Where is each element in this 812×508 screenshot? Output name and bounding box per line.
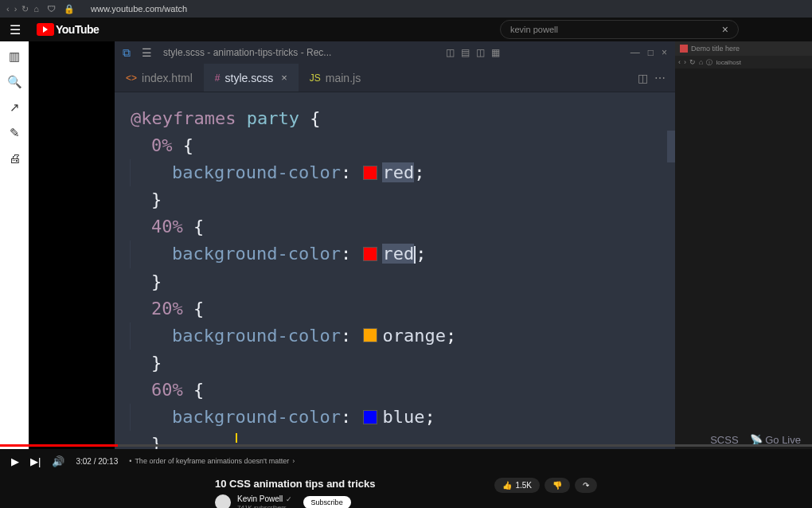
play-logo-icon xyxy=(37,23,54,36)
code-close-brace: } xyxy=(151,434,162,449)
chapter-title[interactable]: • The order of keyframe animations doesn… xyxy=(129,457,295,465)
code-value: red xyxy=(382,244,414,264)
code-close-brace: } xyxy=(151,272,162,291)
layout-right-icon[interactable]: ◫ xyxy=(476,47,485,58)
channel-name[interactable]: Kevin Powell xyxy=(237,494,283,503)
code-anim-name: party xyxy=(247,108,299,128)
youtube-header: ☰ YouTube kevin powell × xyxy=(0,18,812,41)
preview-tab[interactable]: Demo title here xyxy=(675,41,812,56)
share-icon[interactable]: ↗ xyxy=(10,100,20,115)
monitor-icon[interactable]: ▥ xyxy=(9,49,20,64)
code-keyword: @keyframes xyxy=(131,108,236,128)
like-button[interactable]: 👍 1.5K xyxy=(494,478,540,493)
scss-icon: # xyxy=(215,72,221,84)
layout-left-icon[interactable]: ◫ xyxy=(446,47,455,58)
close-tab-icon[interactable]: × xyxy=(281,72,287,84)
color-swatch-icon xyxy=(363,166,377,180)
prev-home-icon[interactable]: ⌂ xyxy=(699,58,703,66)
search-icon[interactable]: 🔍 xyxy=(7,75,22,89)
vscode-window: ⧉ ☰ style.scss - animation-tips-tricks -… xyxy=(115,41,675,449)
code-editor[interactable]: @keyframes party { 0% {background-color:… xyxy=(115,92,675,449)
minimize-icon[interactable]: ― xyxy=(630,47,640,58)
code-property: background-color xyxy=(172,326,341,346)
code-property: background-color xyxy=(172,162,341,182)
color-swatch-icon xyxy=(363,247,377,261)
print-icon[interactable]: 🖨 xyxy=(9,151,21,165)
youtube-logo[interactable]: YouTube xyxy=(37,23,99,36)
code-percentage: 40% xyxy=(151,217,183,236)
next-icon[interactable]: ▶| xyxy=(30,455,41,467)
search-value: kevin powell xyxy=(510,25,558,34)
code-value: blue xyxy=(382,407,424,427)
color-swatch-icon xyxy=(363,410,377,424)
video-controls: ▶ ▶| 🔊 3:02 / 20:13 • The order of keyfr… xyxy=(0,449,812,473)
layout-grid-icon[interactable]: ▦ xyxy=(491,47,500,58)
code-close-brace: } xyxy=(151,190,162,209)
home-icon[interactable]: ⌂ xyxy=(33,4,39,14)
layout-bottom-icon[interactable]: ▤ xyxy=(461,47,470,58)
html-icon: <> xyxy=(126,72,137,84)
url-bar[interactable]: www.youtube.com/watch xyxy=(91,4,187,14)
forward-icon[interactable]: › xyxy=(14,4,18,14)
close-window-icon[interactable]: × xyxy=(662,47,667,58)
vscode-menu-icon[interactable]: ☰ xyxy=(142,46,152,59)
youtube-logo-text: YouTube xyxy=(56,23,99,36)
tab-style-scss[interactable]: # style.scss × xyxy=(204,64,299,92)
vscode-tabs: <> index.html # style.scss × JS main.js … xyxy=(115,64,675,92)
preview-panel: Demo title here ‹ › ↻ ⌂ ⓘ localhost xyxy=(675,41,812,449)
preview-url: localhost xyxy=(716,59,741,66)
lock-icon: 🔒 xyxy=(64,4,75,14)
clear-search-icon[interactable]: × xyxy=(722,23,728,36)
prev-fwd-icon[interactable]: › xyxy=(684,58,686,66)
tab-label: main.js xyxy=(326,72,361,84)
vscode-logo-icon: ⧉ xyxy=(123,46,131,60)
code-value: red xyxy=(382,162,414,182)
maximize-icon[interactable]: □ xyxy=(648,47,654,58)
hamburger-icon[interactable]: ☰ xyxy=(10,22,21,37)
code-property: background-color xyxy=(172,407,341,427)
chapter-marker xyxy=(236,433,237,443)
tab-label: index.html xyxy=(142,72,193,84)
code-close-brace: } xyxy=(151,353,162,373)
volume-icon[interactable]: 🔊 xyxy=(52,455,64,467)
dislike-button[interactable]: 👎 xyxy=(545,478,570,493)
preview-tab-title: Demo title here xyxy=(691,45,740,53)
play-icon[interactable]: ▶ xyxy=(11,455,19,467)
time-display: 3:02 / 20:13 xyxy=(76,457,118,466)
code-value: orange xyxy=(382,326,445,346)
progress-fill xyxy=(0,444,118,447)
tab-main-js[interactable]: JS main.js xyxy=(299,64,372,92)
code-percentage: 0% xyxy=(151,135,173,155)
color-swatch-icon xyxy=(363,328,377,342)
info-icon: ⓘ xyxy=(706,58,712,67)
prev-back-icon[interactable]: ‹ xyxy=(678,58,681,66)
search-input[interactable]: kevin powell × xyxy=(500,20,739,39)
video-info: 10 CSS animation tips and tricks Kevin P… xyxy=(0,473,812,508)
verified-icon: ✓ xyxy=(286,495,292,503)
preview-url-bar[interactable]: ‹ › ↻ ⌂ ⓘ localhost xyxy=(675,56,812,68)
reload-icon[interactable]: ↻ xyxy=(21,4,29,14)
edit-icon[interactable]: ✎ xyxy=(10,126,20,140)
tab-label: style.scss xyxy=(225,72,274,84)
code-percentage: 20% xyxy=(151,299,183,318)
subscriber-count: 741K subscribers xyxy=(237,504,292,508)
tab-index-html[interactable]: <> index.html xyxy=(115,64,204,92)
browser-chrome: ‹ › ↻ ⌂ 🛡 🔒 www.youtube.com/watch xyxy=(0,0,812,18)
prev-reload-icon[interactable]: ↻ xyxy=(689,58,696,66)
shield-icon: 🛡 xyxy=(47,4,56,14)
share-button[interactable]: ↷ xyxy=(575,478,597,493)
subscribe-button[interactable]: Subscribe xyxy=(303,496,351,509)
favicon-icon xyxy=(680,45,688,53)
back-icon[interactable]: ‹ xyxy=(6,4,10,14)
code-property: background-color xyxy=(172,244,341,264)
code-percentage: 60% xyxy=(151,380,183,400)
video-title: 10 CSS animation tips and tricks xyxy=(215,478,486,490)
channel-avatar[interactable] xyxy=(215,494,231,509)
left-toolbar: ▥ 🔍 ↗ ✎ 🖨 xyxy=(0,41,29,449)
minimap[interactable] xyxy=(667,131,675,162)
more-icon[interactable]: ⋯ xyxy=(654,72,666,84)
progress-bar[interactable] xyxy=(0,444,812,447)
split-editor-icon[interactable]: ◫ xyxy=(638,72,648,84)
vscode-window-title: style.scss - animation-tips-tricks - Rec… xyxy=(163,47,331,58)
js-icon: JS xyxy=(310,72,321,84)
